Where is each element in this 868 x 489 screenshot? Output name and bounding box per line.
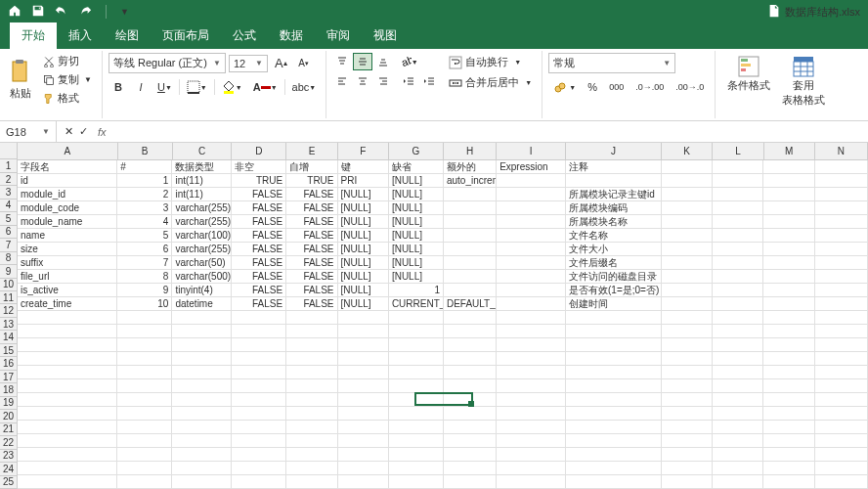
align-left-button[interactable] [332,72,352,90]
cell[interactable] [444,352,497,366]
cell[interactable] [232,448,286,462]
cell[interactable] [497,297,566,311]
cell[interactable] [389,393,444,407]
cell[interactable] [815,462,868,475]
cell[interactable] [172,393,232,407]
cell[interactable] [815,188,868,201]
cell[interactable] [338,434,389,448]
cell[interactable] [497,188,566,201]
cell[interactable] [713,366,763,379]
cell[interactable]: 非空 [232,160,286,174]
cell[interactable] [18,366,117,379]
cell[interactable] [389,379,444,393]
increase-decimal-button[interactable]: .0→.00 [630,77,669,97]
cell[interactable] [444,215,497,229]
tab-2[interactable]: 绘图 [104,22,151,49]
cell[interactable]: FALSE [232,201,286,215]
cell[interactable] [497,215,566,229]
col-header[interactable]: I [497,143,566,160]
cell[interactable] [713,270,763,284]
cancel-icon[interactable]: ✕ [65,125,73,138]
cell[interactable] [713,311,763,325]
font-name-dropdown[interactable]: 等线 Regular (正文)▼ [108,53,226,73]
col-header[interactable]: N [815,143,868,160]
column-headers[interactable]: ABCDEFGHIJKLMN [18,143,868,160]
cell[interactable]: is_active [18,284,117,297]
increase-indent-button[interactable] [419,72,439,90]
cell[interactable]: FALSE [232,284,286,297]
cell[interactable] [713,188,763,201]
cell[interactable] [713,421,763,434]
cell[interactable]: FALSE [286,229,337,243]
cell[interactable]: [NULL] [338,297,389,311]
cell[interactable] [662,338,713,352]
cell[interactable] [18,352,117,366]
cell[interactable] [497,229,566,243]
cell[interactable]: Expression [497,160,566,174]
underline-button[interactable]: U▼ [153,77,176,97]
cell[interactable]: 文件名称 [566,229,662,243]
cell[interactable]: [NULL] [338,215,389,229]
cell[interactable] [763,462,814,475]
cell[interactable] [566,366,662,379]
cell[interactable] [444,366,497,379]
cell[interactable] [18,311,117,325]
currency-button[interactable]: ▼ [548,77,581,97]
cell[interactable] [232,393,286,407]
cell[interactable] [338,352,389,366]
cell[interactable] [662,201,713,215]
cell[interactable] [18,407,117,421]
cell[interactable] [286,393,337,407]
row-header[interactable]: 21 [0,423,18,436]
cell[interactable] [497,174,566,188]
font-color-button[interactable]: A▼ [249,77,282,97]
cell[interactable] [713,379,763,393]
cell[interactable] [444,325,497,338]
cell[interactable] [18,448,117,462]
cell[interactable] [566,174,662,188]
phonetic-button[interactable]: abc▼ [288,77,321,97]
undo-icon[interactable] [55,4,68,20]
cell[interactable] [763,270,814,284]
cell[interactable] [662,325,713,338]
cell[interactable]: [NULL] [338,229,389,243]
name-box[interactable]: G18▼ [0,121,57,142]
cell[interactable] [662,188,713,201]
cell[interactable]: datetime [172,297,232,311]
cell[interactable]: FALSE [286,256,337,270]
cell[interactable] [566,421,662,434]
cell[interactable] [815,338,868,352]
cell[interactable] [232,311,286,325]
cell[interactable] [286,325,337,338]
cell[interactable] [763,434,814,448]
cell[interactable] [232,462,286,475]
paste-button[interactable]: 粘贴 [6,57,35,103]
cell[interactable] [117,366,172,379]
cell[interactable]: 自增 [286,160,337,174]
col-header[interactable]: D [232,143,286,160]
col-header[interactable]: C [173,143,233,160]
cell[interactable] [497,448,566,462]
cell[interactable] [172,325,232,338]
cell[interactable] [286,407,337,421]
cell[interactable] [172,311,232,325]
cell[interactable] [815,270,868,284]
cell[interactable] [286,366,337,379]
cell[interactable] [497,201,566,215]
cell[interactable] [18,393,117,407]
cell[interactable]: 字段名 [18,160,117,174]
cell[interactable] [497,284,566,297]
col-header[interactable]: H [444,143,497,160]
cell[interactable] [815,421,868,434]
cell[interactable] [662,256,713,270]
cell[interactable] [497,243,566,256]
cell[interactable] [815,393,868,407]
cell[interactable]: FALSE [232,297,286,311]
wrap-text-button[interactable]: 自动换行▼ [445,53,536,71]
cell[interactable] [117,448,172,462]
orientation-button[interactable]: ab▼ [399,53,418,70]
cell[interactable] [286,352,337,366]
col-header[interactable]: B [118,143,173,160]
cell[interactable] [713,160,763,174]
cell[interactable]: varchar(100) [172,229,232,243]
